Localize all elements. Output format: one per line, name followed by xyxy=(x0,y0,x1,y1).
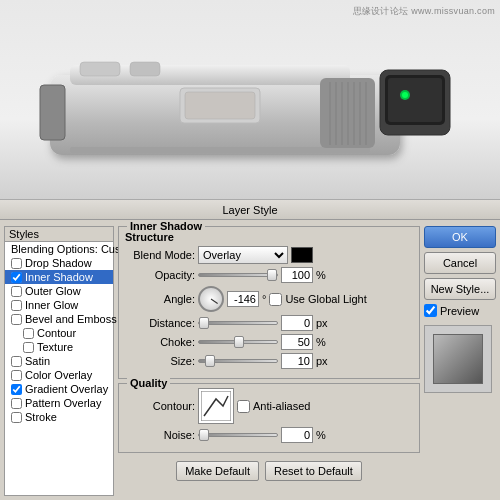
drop-shadow-checkbox[interactable] xyxy=(11,258,22,269)
distance-row: Distance: px xyxy=(125,315,413,331)
sidebar-item-contour[interactable]: Contour xyxy=(5,326,113,340)
preview-inner xyxy=(433,334,483,384)
texture-label: Texture xyxy=(37,341,73,353)
contour-icon xyxy=(201,391,231,421)
pattern-overlay-checkbox[interactable] xyxy=(11,398,22,409)
reset-to-default-button[interactable]: Reset to Default xyxy=(265,461,362,481)
sidebar-item-texture[interactable]: Texture xyxy=(5,340,113,354)
choke-slider-track[interactable] xyxy=(198,340,278,344)
inner-shadow-section: Inner Shadow Structure Blend Mode: Overl… xyxy=(118,226,420,379)
outer-glow-checkbox[interactable] xyxy=(11,286,22,297)
ok-button[interactable]: OK xyxy=(424,226,496,248)
distance-input[interactable] xyxy=(281,315,313,331)
cancel-button[interactable]: Cancel xyxy=(424,252,496,274)
global-light-checkbox[interactable] xyxy=(269,293,282,306)
opacity-row: Opacity: % xyxy=(125,267,413,283)
anti-aliased-checkbox[interactable] xyxy=(237,400,250,413)
sidebar-item-bevel-emboss[interactable]: Bevel and Emboss xyxy=(5,312,113,326)
sidebar-item-stroke[interactable]: Stroke xyxy=(5,410,113,424)
inner-glow-label: Inner Glow xyxy=(25,299,78,311)
svg-rect-21 xyxy=(201,391,231,421)
image-area: 思缘设计论坛 www.missvuan.com xyxy=(0,0,500,200)
stroke-checkbox[interactable] xyxy=(11,412,22,423)
sidebar-item-inner-glow[interactable]: Inner Glow xyxy=(5,298,113,312)
sidebar-item-gradient-overlay[interactable]: Gradient Overlay xyxy=(5,382,113,396)
distance-label: Distance: xyxy=(125,317,195,329)
noise-input[interactable] xyxy=(281,427,313,443)
inner-glow-checkbox[interactable] xyxy=(11,300,22,311)
dialog-body: Styles Blending Options: Custom Drop Sha… xyxy=(0,220,500,500)
contour-preview[interactable] xyxy=(198,388,234,424)
opacity-slider-thumb[interactable] xyxy=(267,269,277,281)
choke-label: Choke: xyxy=(125,336,195,348)
make-default-button[interactable]: Make Default xyxy=(176,461,259,481)
noise-slider-track[interactable] xyxy=(198,433,278,437)
sidebar-item-color-overlay[interactable]: Color Overlay xyxy=(5,368,113,382)
angle-label: Angle: xyxy=(125,293,195,305)
styles-panel: Styles Blending Options: Custom Drop Sha… xyxy=(4,226,114,496)
angle-unit: ° xyxy=(262,293,266,305)
noise-slider-thumb[interactable] xyxy=(199,429,209,441)
preview-label: Preview xyxy=(440,305,479,317)
svg-rect-5 xyxy=(185,92,255,119)
size-slider-thumb[interactable] xyxy=(205,355,215,367)
contour-label: Contour xyxy=(37,327,76,339)
contour-label: Contour: xyxy=(125,400,195,412)
choke-unit: % xyxy=(316,336,326,348)
choke-input[interactable] xyxy=(281,334,313,350)
new-style-button[interactable]: New Style... xyxy=(424,278,496,300)
svg-rect-8 xyxy=(388,78,442,122)
blend-mode-label: Blend Mode: xyxy=(125,249,195,261)
sidebar-item-satin[interactable]: Satin xyxy=(5,354,113,368)
styles-header: Styles xyxy=(5,227,113,242)
contour-checkbox[interactable] xyxy=(23,328,34,339)
global-light-label: Use Global Light xyxy=(285,293,366,305)
camera-image xyxy=(20,15,480,185)
texture-checkbox[interactable] xyxy=(23,342,34,353)
structure-subtitle: Structure xyxy=(125,231,413,243)
preview-checkbox[interactable] xyxy=(424,304,437,317)
size-input[interactable] xyxy=(281,353,313,369)
distance-slider-thumb[interactable] xyxy=(199,317,209,329)
drop-shadow-label: Drop Shadow xyxy=(25,257,92,269)
bottom-buttons: Make Default Reset to Default xyxy=(118,461,420,481)
preview-row: Preview xyxy=(424,304,496,317)
satin-label: Satin xyxy=(25,355,50,367)
inner-shadow-label: Inner Shadow xyxy=(25,271,93,283)
svg-rect-11 xyxy=(40,85,65,140)
gradient-overlay-label: Gradient Overlay xyxy=(25,383,108,395)
color-overlay-checkbox[interactable] xyxy=(11,370,22,381)
noise-label: Noise: xyxy=(125,429,195,441)
preview-box xyxy=(424,325,492,393)
sidebar-item-drop-shadow[interactable]: Drop Shadow xyxy=(5,256,113,270)
opacity-input[interactable] xyxy=(281,267,313,283)
dialog-area: Layer Style Styles Blending Options: Cus… xyxy=(0,200,500,500)
opacity-slider-track[interactable] xyxy=(198,273,278,277)
size-slider-track[interactable] xyxy=(198,359,278,363)
blend-color-swatch[interactable] xyxy=(291,247,313,263)
sidebar-item-inner-shadow[interactable]: Inner Shadow xyxy=(5,270,113,284)
pattern-overlay-label: Pattern Overlay xyxy=(25,397,101,409)
sidebar-item-pattern-overlay[interactable]: Pattern Overlay xyxy=(5,396,113,410)
color-overlay-label: Color Overlay xyxy=(25,369,92,381)
anti-aliased-label: Anti-aliased xyxy=(253,400,310,412)
right-panel: OK Cancel New Style... Preview xyxy=(424,226,496,496)
blend-mode-select[interactable]: Overlay Normal Multiply Screen xyxy=(198,246,288,264)
svg-rect-3 xyxy=(130,62,160,76)
middle-panel: Inner Shadow Structure Blend Mode: Overl… xyxy=(118,226,420,496)
distance-slider-track[interactable] xyxy=(198,321,278,325)
inner-shadow-checkbox[interactable] xyxy=(11,272,22,283)
gradient-overlay-checkbox[interactable] xyxy=(11,384,22,395)
sidebar-item-blending[interactable]: Blending Options: Custom xyxy=(5,242,113,256)
angle-line xyxy=(211,299,218,304)
angle-dial[interactable] xyxy=(198,286,224,312)
opacity-label: Opacity: xyxy=(125,269,195,281)
choke-slider-thumb[interactable] xyxy=(234,336,244,348)
satin-checkbox[interactable] xyxy=(11,356,22,367)
bevel-emboss-checkbox[interactable] xyxy=(11,314,22,325)
size-label: Size: xyxy=(125,355,195,367)
noise-row: Noise: % xyxy=(125,427,413,443)
angle-input[interactable] xyxy=(227,291,259,307)
sidebar-item-outer-glow[interactable]: Outer Glow xyxy=(5,284,113,298)
section-title-quality: Quality xyxy=(127,377,170,389)
